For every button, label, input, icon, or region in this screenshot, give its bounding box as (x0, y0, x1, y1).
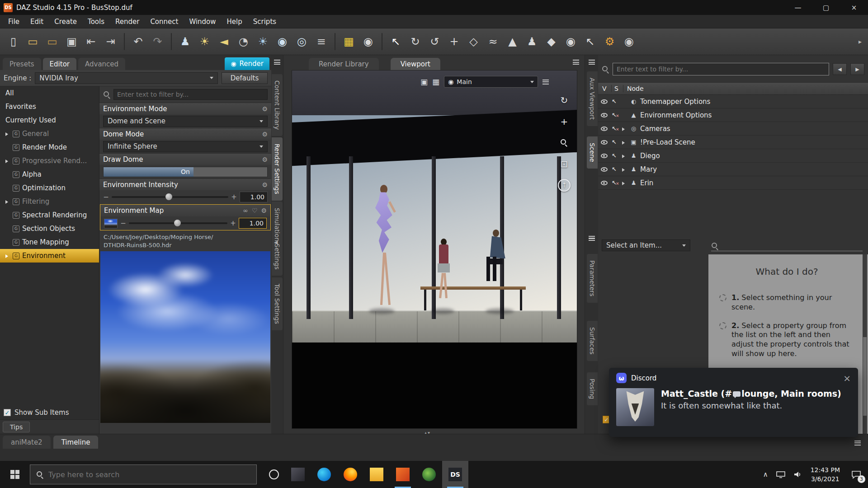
link-icon[interactable]: ∞ (243, 207, 248, 214)
selectable-cursor-icon[interactable]: ↖× (612, 152, 620, 159)
selectable-cursor-icon[interactable]: ↖× (612, 112, 620, 118)
toolbar-icon[interactable]: ▯ (4, 32, 23, 52)
bottom-pane-tab[interactable]: aniMate2 (3, 436, 51, 449)
scene-node-row[interactable]: ↖× ▣ !Pre-Load Scene (598, 136, 868, 149)
toolbar-icon[interactable]: ↖ (386, 32, 406, 52)
viewport-tab[interactable]: Render Library (309, 58, 379, 70)
toolbar-icon[interactable]: ▭ (42, 32, 62, 52)
toolbar-icon[interactable]: ◉ (273, 32, 292, 52)
select-item-dropdown[interactable]: Select an Item... (602, 239, 690, 251)
env-map-header[interactable]: Environment Map ∞ ♡ ⚙ (100, 205, 270, 216)
expand-arrow-icon[interactable] (622, 165, 627, 174)
toolbar-icon[interactable]: ↷ (148, 32, 167, 52)
dock-tab-tool-settings[interactable]: Tool Settings (272, 277, 283, 330)
scene-node-row[interactable]: ↖× ♟ Mary (598, 163, 868, 176)
visibility-eye-icon[interactable] (601, 181, 608, 185)
dock-tab-parameters[interactable]: Parameters (587, 254, 598, 303)
property-group-item[interactable]: G Spectral Rendering (0, 208, 99, 222)
display-tray-icon[interactable] (772, 461, 789, 488)
env-map-slider[interactable] (129, 222, 227, 224)
show-sub-items-checkbox[interactable]: ✓ (4, 409, 11, 416)
taskbar-app-button[interactable] (311, 461, 337, 488)
toolbar-overflow-icon[interactable]: ▸ (859, 38, 864, 45)
menu-item[interactable]: Tools (82, 18, 110, 26)
dock-tab-posing[interactable]: Posing (587, 372, 598, 405)
close-icon[interactable]: × (843, 374, 851, 383)
menu-item[interactable]: Window (184, 18, 221, 26)
gear-icon[interactable]: ⚙ (261, 207, 267, 214)
dock-tab-simulation-settings[interactable]: Simulation Settings (272, 202, 283, 276)
expand-arrow-icon[interactable] (5, 184, 10, 192)
scene-node-label[interactable]: Tonemapper Options (640, 98, 710, 106)
taskbar-search-input[interactable] (48, 470, 250, 479)
prev-button[interactable]: ◀ (833, 63, 847, 75)
toolbar-icon[interactable]: ♟ (522, 32, 542, 52)
expand-arrow-icon[interactable] (5, 211, 10, 219)
slider-increment-button[interactable]: + (231, 193, 237, 201)
toolbar-icon[interactable]: ↖ (580, 32, 600, 52)
expand-arrow-icon[interactable] (5, 225, 10, 233)
toolbar-icon[interactable]: ▲ (503, 32, 522, 52)
toolbar-icon[interactable]: ◄ (214, 32, 234, 52)
taskbar-app-button[interactable] (390, 461, 416, 488)
minimize-button[interactable]: — (784, 0, 812, 15)
slider-decrement-button[interactable]: − (103, 193, 109, 201)
env-mode-dropdown[interactable]: Dome and Scene (103, 116, 268, 127)
selectable-cursor-icon[interactable]: ↖× (612, 139, 620, 145)
dock-tab-scene[interactable]: Scene (587, 136, 598, 169)
toolbar-icon[interactable]: ⚙ (600, 32, 619, 52)
figure-seated-woman[interactable] (436, 239, 454, 311)
menu-item[interactable]: Scripts (248, 18, 282, 26)
scene-node-row[interactable]: ↖× ◎ Cameras (598, 122, 868, 136)
visibility-column-header[interactable]: V (598, 85, 612, 92)
draw-dome-header[interactable]: Draw Dome ⚙ (99, 153, 271, 165)
scene-node-label[interactable]: Diego (640, 152, 660, 160)
taskbar-app-button[interactable] (416, 461, 442, 488)
scrollbar[interactable] (863, 254, 867, 434)
bus-stop-pole[interactable] (432, 156, 436, 319)
scene-node-label[interactable]: Mary (640, 165, 657, 174)
toolbar-icon[interactable]: ◉ (359, 32, 378, 52)
taskbar-clock[interactable]: 12:43 PM 3/6/2021 (806, 465, 844, 484)
expand-arrow-icon[interactable] (622, 125, 627, 133)
scene-node-label[interactable]: Erin (640, 179, 653, 187)
menu-item[interactable]: Render (110, 18, 145, 26)
orbit-tool-icon[interactable]: ↻ (558, 94, 571, 107)
toolbar-icon[interactable]: ♟ (175, 32, 195, 52)
property-group-item[interactable]: G Progressive Rend... (0, 154, 99, 168)
camera-selector-dropdown[interactable]: ◉ Main (444, 76, 538, 88)
draw-dome-toggle[interactable]: On (103, 167, 268, 177)
gear-icon[interactable]: ⚙ (262, 156, 268, 163)
expand-arrow-icon[interactable] (5, 252, 10, 260)
taskbar-app-button[interactable] (285, 461, 311, 488)
scene-node-row[interactable]: ↖× ◐ Tonemapper Options (598, 95, 868, 108)
expand-arrow-icon[interactable] (5, 170, 10, 178)
drawstyle-cube-icon[interactable]: ▦ (432, 77, 439, 86)
selectable-cursor-icon[interactable]: ↖× (612, 166, 620, 173)
settings-filter-input[interactable] (113, 89, 268, 100)
env-map-file-path[interactable]: C:/Users/Joey/Desktop/Moping Horse/ DTHD… (99, 231, 271, 250)
taskbar-app-button[interactable] (363, 461, 390, 488)
env-intensity-value[interactable]: 1.00 (240, 192, 268, 202)
taskbar-search-box[interactable] (30, 465, 257, 484)
visibility-eye-icon[interactable] (601, 140, 608, 145)
action-center-button[interactable]: 3 (844, 461, 868, 488)
gear-icon[interactable]: ⚙ (262, 181, 268, 188)
property-group-item[interactable]: G Section Objects (0, 222, 99, 235)
defaults-button[interactable]: Defaults (222, 72, 268, 84)
parameters-filter-input[interactable] (722, 242, 863, 249)
toolbar-icon[interactable] (124, 33, 125, 50)
close-button[interactable]: × (840, 0, 868, 15)
dock-tab-render-settings[interactable]: Render Settings (272, 137, 283, 201)
env-mode-header[interactable]: Environment Mode ⚙ (99, 103, 271, 114)
dock-collapse-arrow[interactable]: ◀ (274, 239, 278, 245)
toolbar-icon[interactable]: ◇ (464, 32, 483, 52)
scrollbar-thumb[interactable] (863, 337, 867, 416)
expand-arrow-icon[interactable] (5, 238, 10, 246)
node-column-header[interactable]: Node (623, 85, 868, 92)
dock-tab-content-library[interactable]: Content Library (272, 74, 283, 136)
property-group-item[interactable]: G Alpha (0, 168, 99, 181)
env-intensity-slider[interactable] (112, 196, 228, 198)
figure-seated-man[interactable] (490, 230, 515, 311)
expand-arrow-icon[interactable] (5, 130, 10, 138)
